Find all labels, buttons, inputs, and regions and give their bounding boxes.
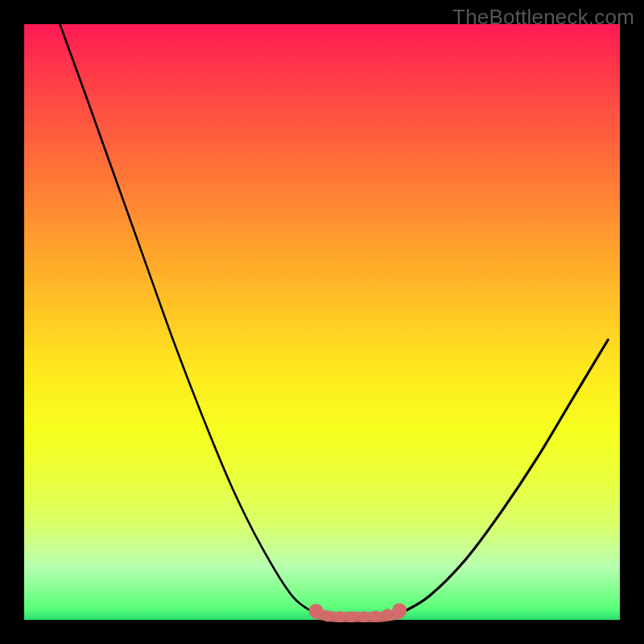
marker-dot [334,611,345,622]
curve-group [60,24,608,617]
marker-dot [322,611,333,622]
watermark-text: TheBottleneck.com [452,5,634,30]
right-curve [399,340,608,613]
marker-dot [370,611,382,622]
marker-dot [382,609,393,620]
marker-end-dot [309,604,324,618]
marker-group [309,603,407,622]
left-curve [60,24,316,614]
marker-dot [358,611,369,622]
curve-layer [24,24,620,620]
marker-dot [346,611,357,622]
marker-end-dot [392,603,407,617]
chart-frame: TheBottleneck.com [0,0,644,644]
plot-area [24,24,620,620]
